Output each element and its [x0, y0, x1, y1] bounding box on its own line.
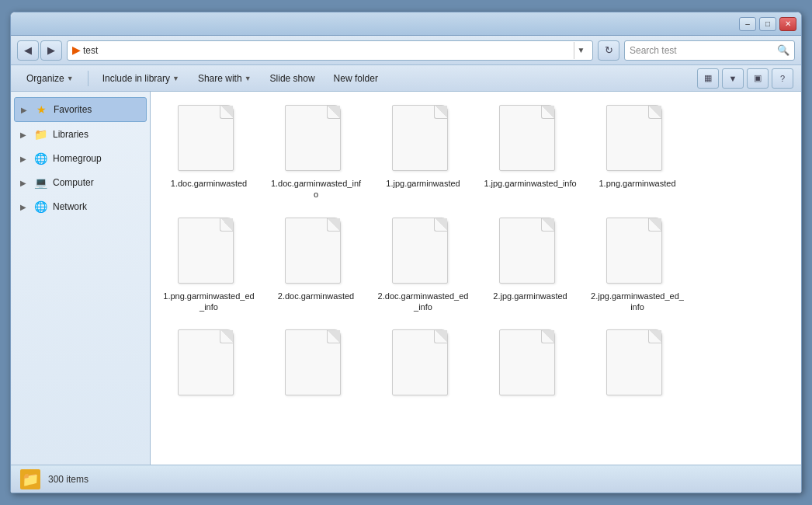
- file-page-icon: [606, 329, 662, 395]
- file-item[interactable]: 2.jpg.garminwasted: [480, 212, 581, 319]
- nav-buttons: ◀ ▶: [17, 40, 62, 61]
- file-page-icon: [178, 329, 234, 395]
- include-library-label: Include in library: [102, 73, 170, 84]
- sidebar-item-libraries[interactable]: ▶ 📁 Libraries: [14, 123, 147, 146]
- file-page-icon: [285, 218, 341, 284]
- share-arrow: ▼: [245, 75, 252, 82]
- search-icon[interactable]: 🔍: [777, 44, 789, 56]
- minimize-button[interactable]: –: [739, 17, 756, 31]
- refresh-button[interactable]: ↻: [598, 40, 619, 61]
- file-page-icon: [606, 105, 662, 171]
- file-page-icon: [392, 105, 448, 171]
- breadcrumb-icon: ▶: [72, 44, 80, 56]
- file-item[interactable]: 1.png.garminwasted_ed_info: [158, 212, 259, 319]
- share-with-button[interactable]: Share with ▼: [190, 68, 259, 89]
- file-item[interactable]: 1.png.garminwasted: [587, 99, 688, 206]
- breadcrumb-dropdown[interactable]: ▼: [574, 42, 588, 59]
- sidebar-label-computer: Computer: [53, 177, 94, 188]
- address-bar: ◀ ▶ ▶ test ▼ ↻ 🔍: [11, 36, 801, 65]
- file-item[interactable]: [480, 324, 581, 408]
- file-icon: [392, 329, 454, 399]
- organize-arrow: ▼: [67, 75, 74, 82]
- homegroup-icon: 🌐: [33, 151, 48, 166]
- file-icon: [606, 105, 668, 175]
- file-name: 1.jpg.garminwasted_info: [484, 178, 576, 189]
- expand-icon: ▶: [21, 106, 29, 114]
- file-page-icon: [285, 105, 341, 171]
- file-name: 1.doc.garminwasted: [171, 178, 247, 189]
- file-page-icon: [392, 218, 448, 284]
- view-toggle-button[interactable]: ▦: [697, 68, 719, 89]
- breadcrumb-bar[interactable]: ▶ test ▼: [67, 40, 593, 61]
- file-icon: [499, 105, 561, 175]
- file-page-icon: [499, 329, 555, 395]
- slideshow-button[interactable]: Slide show: [262, 68, 323, 89]
- file-item[interactable]: 2.doc.garminwasted: [265, 212, 366, 319]
- file-name: 2.doc.garminwasted: [278, 291, 354, 301]
- sidebar-label-homegroup: Homegroup: [53, 153, 102, 164]
- libraries-icon: 📁: [33, 127, 48, 142]
- status-folder-icon: 📁: [20, 469, 40, 489]
- expand-icon-lib: ▶: [20, 131, 28, 139]
- file-page-icon: [606, 218, 662, 284]
- sidebar-label-libraries: Libraries: [53, 129, 88, 140]
- sidebar-item-network[interactable]: ▶ 🌐 Network: [14, 195, 147, 218]
- main-content: ▶ ★ Favorites ▶ 📁 Libraries ▶ 🌐 Homegrou…: [11, 92, 801, 465]
- include-library-button[interactable]: Include in library ▼: [95, 68, 187, 89]
- file-item[interactable]: [373, 324, 474, 408]
- file-page-icon: [499, 218, 555, 284]
- file-item[interactable]: 1.doc.garminwasted_info: [265, 99, 366, 206]
- organize-button[interactable]: Organize ▼: [19, 68, 82, 89]
- file-icon: [606, 218, 668, 287]
- file-name: 2.doc.garminwasted_ed_info: [377, 291, 470, 313]
- file-icon: [499, 329, 561, 399]
- network-icon: 🌐: [33, 199, 48, 214]
- file-name: 1.png.garminwasted: [599, 178, 675, 189]
- new-folder-button[interactable]: New folder: [326, 68, 386, 89]
- breadcrumb-text: test: [83, 45, 98, 56]
- expand-icon-net: ▶: [20, 203, 28, 211]
- sidebar: ▶ ★ Favorites ▶ 📁 Libraries ▶ 🌐 Homegrou…: [11, 92, 151, 465]
- file-item[interactable]: [265, 324, 366, 408]
- expand-icon-hg: ▶: [20, 155, 28, 163]
- file-item[interactable]: 1.jpg.garminwasted: [373, 99, 474, 206]
- favorites-icon: ★: [33, 102, 49, 117]
- search-input[interactable]: [630, 45, 774, 56]
- file-name: 2.jpg.garminwasted_ed_info: [591, 291, 684, 313]
- file-icon: [606, 329, 668, 399]
- item-count: 300 items: [48, 474, 88, 485]
- search-box: 🔍: [624, 40, 795, 61]
- organize-label: Organize: [26, 73, 64, 84]
- expand-icon-comp: ▶: [20, 179, 28, 187]
- sidebar-item-favorites[interactable]: ▶ ★ Favorites: [14, 97, 147, 122]
- file-page-icon: [392, 329, 448, 395]
- sidebar-item-homegroup[interactable]: ▶ 🌐 Homegroup: [14, 147, 147, 170]
- change-view-button[interactable]: ▣: [747, 68, 769, 89]
- forward-button[interactable]: ▶: [40, 40, 62, 61]
- file-item[interactable]: 1.doc.garminwasted: [158, 99, 259, 206]
- sidebar-item-computer[interactable]: ▶ 💻 Computer: [14, 171, 147, 194]
- file-item[interactable]: 2.jpg.garminwasted_ed_info: [587, 212, 688, 319]
- sidebar-label-network: Network: [53, 201, 87, 212]
- file-area: 1.doc.garminwasted 1.doc.garminwasted_in…: [151, 92, 801, 465]
- file-item[interactable]: [587, 324, 688, 408]
- restore-button[interactable]: □: [759, 17, 776, 31]
- explorer-window: – □ ✕ ◀ ▶ ▶ test ▼ ↻ 🔍 Organize ▼ Includ…: [10, 12, 802, 493]
- close-button[interactable]: ✕: [779, 17, 796, 31]
- file-name: 2.jpg.garminwasted: [493, 291, 567, 301]
- sidebar-label-favorites: Favorites: [54, 104, 92, 115]
- file-item[interactable]: [158, 324, 259, 408]
- title-controls: – □ ✕: [739, 17, 796, 31]
- file-icon: [178, 105, 240, 175]
- file-item[interactable]: 2.doc.garminwasted_ed_info: [373, 212, 474, 319]
- title-bar: – □ ✕: [11, 12, 801, 36]
- file-page-icon: [285, 329, 341, 395]
- back-button[interactable]: ◀: [17, 40, 39, 61]
- share-with-label: Share with: [198, 73, 242, 84]
- file-item[interactable]: 1.jpg.garminwasted_info: [480, 99, 581, 206]
- view-dropdown-button[interactable]: ▼: [722, 68, 744, 89]
- file-icon: [178, 218, 240, 287]
- file-icon: [499, 218, 561, 287]
- help-button[interactable]: ?: [772, 68, 793, 89]
- file-page-icon: [178, 218, 234, 284]
